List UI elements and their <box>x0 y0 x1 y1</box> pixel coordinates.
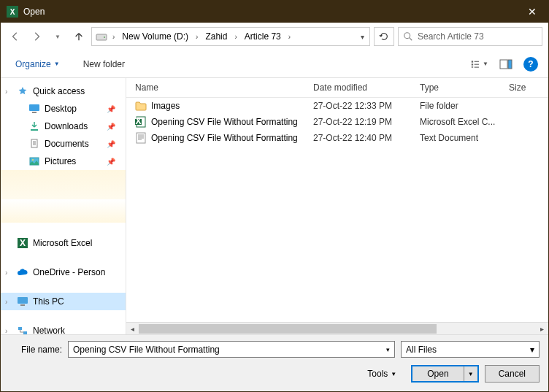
file-type: Microsoft Excel C... <box>420 117 509 127</box>
svg-rect-19 <box>20 304 25 306</box>
nav-forward-button[interactable] <box>28 28 45 45</box>
preview-pane-button[interactable] <box>497 55 515 73</box>
search-placeholder: Search Article 73 <box>418 31 484 42</box>
column-type[interactable]: Type <box>420 82 509 93</box>
svg-rect-4 <box>472 64 473 65</box>
svg-rect-9 <box>500 60 507 69</box>
pc-icon <box>17 296 28 307</box>
sidebar-item-this-pc[interactable]: › This PC <box>1 293 126 310</box>
scrollbar-thumb[interactable] <box>139 324 437 334</box>
search-input[interactable]: Search Article 73 <box>398 27 542 46</box>
chevron-right-icon: › <box>5 327 7 335</box>
open-split-icon[interactable]: ▼ <box>464 371 477 377</box>
sidebar-item-quick-access[interactable]: › Quick access <box>1 82 126 100</box>
filename-value: Opening CSV File Without Formatting <box>73 345 220 355</box>
sidebar-item-pictures[interactable]: Pictures 📌 <box>1 153 126 170</box>
close-button[interactable]: ✕ <box>515 1 548 23</box>
nav-back-button[interactable] <box>7 28 24 45</box>
sidebar-label: Downloads <box>45 121 88 131</box>
desktop-icon <box>28 103 40 115</box>
sidebar-item-onedrive[interactable]: › OneDrive - Person <box>1 264 126 281</box>
filename-input[interactable]: Opening CSV File Without Formatting ▾ <box>68 341 395 358</box>
sidebar-item-blurred[interactable] <box>1 170 126 199</box>
pin-icon: 📌 <box>107 105 115 113</box>
organize-button[interactable]: Organize▼ <box>11 56 64 72</box>
open-button[interactable]: Open ▼ <box>411 365 478 383</box>
crumb-sep-icon: › <box>287 33 292 41</box>
command-bar: Organize▼ New folder ▼ ? <box>1 50 548 78</box>
chevron-down-icon: ▼ <box>54 61 60 67</box>
svg-rect-21 <box>23 331 27 334</box>
sidebar-label: Network <box>33 326 65 334</box>
file-name: Opening CSV File Without Formatting <box>151 117 298 127</box>
svg-point-1 <box>104 36 105 38</box>
view-options-button[interactable]: ▼ <box>471 55 488 73</box>
file-row[interactable]: Opening CSV File Without Formatting 27-O… <box>126 130 548 146</box>
nav-up-button[interactable] <box>70 28 88 45</box>
cancel-button[interactable]: Cancel <box>485 365 540 383</box>
refresh-button[interactable] <box>374 27 394 46</box>
star-icon <box>17 85 28 97</box>
column-date[interactable]: Date modified <box>313 82 420 93</box>
svg-rect-5 <box>472 66 473 68</box>
open-dialog: X Open ✕ ▼ › New Volume (D:) › Zahid › A… <box>0 0 549 392</box>
svg-rect-7 <box>475 64 479 64</box>
breadcrumb-item[interactable]: Article 73 <box>242 29 284 44</box>
nav-recent-button[interactable]: ▼ <box>49 28 66 45</box>
new-folder-label: New folder <box>83 59 125 69</box>
pin-icon: 📌 <box>107 140 115 148</box>
file-row[interactable]: Images 27-Oct-22 12:33 PM File folder <box>126 98 548 114</box>
pin-icon: 📌 <box>107 123 115 131</box>
svg-rect-11 <box>29 104 39 111</box>
text-file-icon <box>135 132 147 144</box>
scroll-left-icon[interactable]: ◂ <box>126 323 139 335</box>
help-button[interactable]: ? <box>523 57 538 72</box>
pin-icon: 📌 <box>107 158 115 166</box>
sidebar-item-excel[interactable]: X Microsoft Excel <box>1 234 126 252</box>
svg-rect-3 <box>472 61 473 62</box>
column-size[interactable]: Size <box>509 82 526 93</box>
chevron-right-icon: › <box>5 88 7 96</box>
sidebar-item-network[interactable]: › Network <box>1 322 126 334</box>
svg-rect-6 <box>475 61 479 61</box>
documents-icon <box>28 138 40 150</box>
excel-file-icon: X <box>135 116 147 128</box>
sidebar-label: Quick access <box>33 86 85 96</box>
sidebar-item-desktop[interactable]: Desktop 📌 <box>1 100 126 118</box>
titlebar: X Open ✕ <box>1 1 548 23</box>
scroll-right-icon[interactable]: ▸ <box>536 323 548 335</box>
file-date: 27-Oct-22 12:33 PM <box>313 101 420 111</box>
crumb-sep-icon: › <box>233 33 238 41</box>
svg-text:X: X <box>135 116 141 126</box>
sidebar-item-blurred[interactable] <box>1 199 126 223</box>
sidebar-label: Microsoft Excel <box>33 238 92 248</box>
breadcrumb-item[interactable]: Zahid <box>202 29 230 44</box>
nav-bar: ▼ › New Volume (D:) › Zahid › Article 73… <box>1 23 548 50</box>
chevron-down-icon: ▾ <box>386 346 390 353</box>
file-row[interactable]: XOpening CSV File Without Formatting 27-… <box>126 114 548 130</box>
folder-icon <box>135 100 147 112</box>
svg-point-15 <box>32 159 34 161</box>
crumb-sep-icon: › <box>111 33 116 41</box>
sidebar-label: Pictures <box>45 156 76 166</box>
file-date: 27-Oct-22 12:19 PM <box>313 117 420 127</box>
horizontal-scrollbar[interactable]: ◂ ▸ <box>126 322 548 334</box>
svg-rect-8 <box>475 66 479 67</box>
address-bar[interactable]: › New Volume (D:) › Zahid › Article 73 ›… <box>91 27 370 46</box>
column-name[interactable]: Name <box>126 82 313 93</box>
file-list-body[interactable]: Images 27-Oct-22 12:33 PM File folder XO… <box>126 98 548 322</box>
file-type-filter[interactable]: All Files ▾ <box>401 341 540 358</box>
breadcrumb-item[interactable]: New Volume (D:) <box>119 29 191 44</box>
address-dropdown-icon[interactable]: ▾ <box>358 31 366 43</box>
content-body: › Quick access Desktop 📌 Downloads 📌 Doc… <box>1 78 548 334</box>
download-icon <box>28 120 40 132</box>
tools-button[interactable]: Tools▼ <box>367 369 396 379</box>
window-title: Open <box>23 7 515 17</box>
sidebar-item-downloads[interactable]: Downloads 📌 <box>1 118 126 135</box>
svg-rect-12 <box>32 112 37 113</box>
new-folder-button[interactable]: New folder <box>79 56 129 72</box>
chevron-right-icon: › <box>5 298 7 306</box>
sidebar-label: Documents <box>45 139 89 149</box>
file-type: Text Document <box>420 133 509 143</box>
sidebar-item-documents[interactable]: Documents 📌 <box>1 135 126 153</box>
